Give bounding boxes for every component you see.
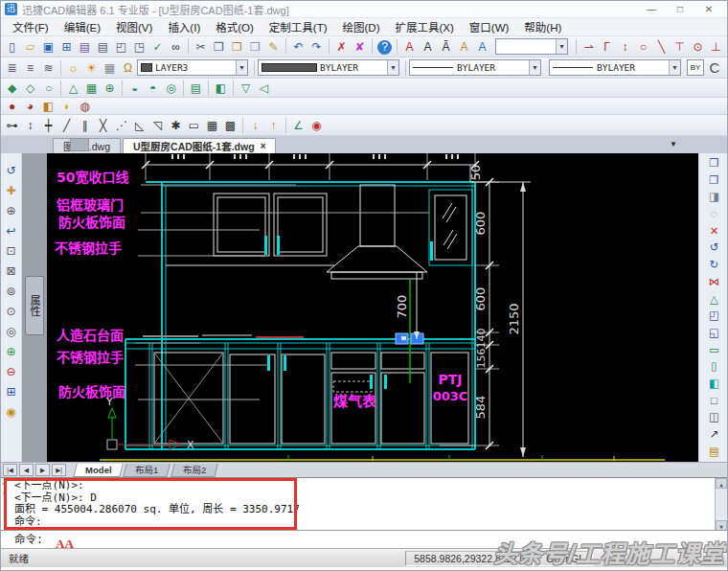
layer-combo[interactable]: LAYER3 ▼	[137, 59, 248, 76]
array-icon[interactable]: △	[706, 291, 723, 308]
menu-express-tools[interactable]: 扩展工具(X)	[388, 17, 462, 36]
close-button[interactable]: ✕	[694, 4, 723, 14]
paste-icon[interactable]: ❒	[228, 38, 246, 56]
ray-icon[interactable]: ⋰	[112, 117, 130, 134]
menu-window[interactable]: 窗口(W)	[462, 17, 517, 36]
chevron-down-icon[interactable]: ▼	[387, 60, 398, 75]
menu-file[interactable]: 文件(F)	[5, 17, 57, 36]
zoom-extents-icon[interactable]: ⊞	[3, 382, 20, 402]
solid-slice-icon[interactable]: ◁	[255, 80, 273, 97]
menu-insert[interactable]: 插入(I)	[160, 17, 208, 36]
bylayer-button[interactable]: BY	[687, 59, 704, 76]
edit-text-icon[interactable]: A	[455, 38, 473, 56]
scroll-down-icon[interactable]: ▼	[716, 520, 727, 530]
render-save-icon[interactable]: ◍	[76, 98, 94, 115]
copy-multiple-icon[interactable]: ❒	[706, 172, 723, 190]
status-renderer[interactable]: OpenGL	[537, 551, 593, 566]
materials-icon[interactable]: ◧	[39, 98, 57, 115]
zoom-in-icon[interactable]: ⊕	[3, 342, 20, 362]
show-hide-icon[interactable]: ◉	[3, 402, 20, 423]
snap-center-icon[interactable]: ○	[634, 38, 652, 56]
next-layout-button[interactable]: ▶	[35, 464, 50, 476]
open-icon[interactable]: ▱	[21, 38, 39, 56]
tab-scroll-handle[interactable]	[70, 138, 89, 151]
solid-mesh-icon[interactable]: ▦	[82, 80, 101, 97]
menu-draw[interactable]: 绘图(D)	[335, 17, 388, 36]
solid-cone-icon[interactable]: △	[64, 80, 82, 97]
format-painter-icon[interactable]: ✎	[264, 38, 283, 56]
maximize-button[interactable]: □	[666, 4, 694, 14]
layer-states-icon[interactable]: ≡	[21, 59, 39, 77]
new-icon[interactable]: ▯	[3, 38, 21, 56]
save-icon[interactable]: ▣	[39, 38, 57, 56]
point-divide-icon[interactable]: ↕	[21, 117, 39, 134]
scroll-up-icon[interactable]: ▲	[716, 478, 727, 489]
quick-leader-icon[interactable]: ↑	[264, 117, 283, 134]
zoom-window-icon[interactable]: ⊡	[3, 241, 20, 262]
point-measure-icon[interactable]: ┿	[39, 117, 57, 134]
layer-on-icon[interactable]: ☼	[64, 59, 82, 77]
menu-view[interactable]: 视图(V)	[108, 17, 160, 36]
snap-nearest-icon[interactable]: ╲	[652, 38, 671, 56]
export-icon[interactable]: ⊞	[57, 38, 76, 56]
tab-layout2[interactable]: 布局2	[171, 464, 218, 477]
snap-perpendicular-icon[interactable]: ⊥	[707, 38, 725, 56]
solid-torus-icon[interactable]: ◎	[162, 80, 180, 97]
last-layout-button[interactable]: ▶|	[52, 464, 66, 476]
select-window-icon[interactable]: ◌	[706, 206, 723, 223]
publish-icon[interactable]: ◳	[130, 38, 148, 56]
spell-check-icon[interactable]: ✓	[148, 38, 167, 56]
linetype-combo[interactable]: BYLAYER ▼	[409, 59, 541, 76]
dim-angle-icon[interactable]: ∠	[289, 117, 307, 134]
chevron-down-icon[interactable]: ▼	[236, 60, 247, 75]
undo-icon[interactable]: ↶	[289, 38, 307, 56]
zoom-previous-icon[interactable]: ↩	[3, 221, 20, 241]
menu-format[interactable]: 格式(O)	[208, 17, 262, 36]
solid-dish-icon[interactable]: ◓	[144, 80, 162, 97]
regen-icon[interactable]: ↺	[3, 161, 20, 181]
plot-icon[interactable]: ▤	[94, 38, 112, 56]
tab-kitchen-drawing[interactable]: U型厨房CAD图纸-1套.dwg×	[123, 138, 276, 153]
tab-menu-arrow-icon[interactable]: ▼	[670, 140, 677, 148]
render-region-icon[interactable]: ◕	[21, 98, 39, 115]
properties-tab[interactable]: 属性	[25, 276, 44, 335]
snap-intersection-icon[interactable]: ↕	[616, 38, 634, 56]
solid-dome-icon[interactable]: ◒	[125, 80, 144, 97]
point-icon[interactable]: ⊶	[3, 117, 21, 134]
delete-icon[interactable]: ✗	[332, 38, 351, 56]
parallel-line-icon[interactable]: ∥	[76, 117, 94, 134]
polygon-icon[interactable]: ◺	[130, 117, 148, 134]
chevron-down-icon[interactable]: ▼	[669, 60, 680, 75]
snap-endpoint-icon[interactable]: ⇀	[580, 38, 598, 56]
menu-help[interactable]: 帮助(H)	[516, 17, 569, 36]
snap-node-icon[interactable]: ⊙	[689, 38, 707, 56]
layer-manager-icon[interactable]: ≣	[3, 59, 21, 77]
copy-object-icon[interactable]: ❐	[706, 155, 723, 172]
rotate-ccw-icon[interactable]: ↺	[706, 240, 723, 257]
help-icon[interactable]: ?	[375, 38, 394, 56]
box-3d-icon[interactable]: □	[706, 393, 723, 410]
zoom-out-icon[interactable]: ⊖	[3, 362, 20, 382]
hatch-icon[interactable]: ▩	[221, 117, 239, 134]
region-icon[interactable]: ▭	[185, 117, 203, 134]
scale-icon[interactable]: ◱	[706, 325, 723, 342]
tab-layout1[interactable]: 布局1	[124, 464, 171, 477]
print-icon[interactable]: ▤	[76, 38, 94, 56]
prev-layout-button[interactable]: ◀	[19, 464, 34, 476]
zoom-object-icon[interactable]: ◎	[3, 322, 20, 342]
solid-revolve-icon[interactable]: ▽	[237, 80, 255, 97]
text-style-combo[interactable]: ▼	[495, 38, 568, 55]
solid-wedge-icon[interactable]: ◇	[21, 80, 39, 97]
zoom-dynamic-icon[interactable]: ⊠	[3, 262, 20, 282]
zoom-center-icon[interactable]: ⊙	[3, 302, 20, 322]
first-layout-button[interactable]: |◀	[3, 464, 17, 476]
multiline-text-icon[interactable]: Ā	[437, 38, 455, 56]
drawing-canvas[interactable]: 700 50宽收口线 铝框玻璃门 防火板饰面 不锈钢拉	[47, 153, 698, 462]
stretch-icon[interactable]: ◰	[706, 308, 723, 325]
solid-sphere-icon[interactable]: ⊕	[101, 80, 119, 97]
construction-line-icon[interactable]: ╳	[94, 117, 112, 134]
close-icon[interactable]: ×	[261, 139, 266, 154]
paste-special-icon[interactable]: ❒	[246, 38, 264, 56]
copy-icon[interactable]: ❐	[210, 38, 228, 56]
mirror-icon[interactable]: ⋈	[706, 274, 723, 291]
